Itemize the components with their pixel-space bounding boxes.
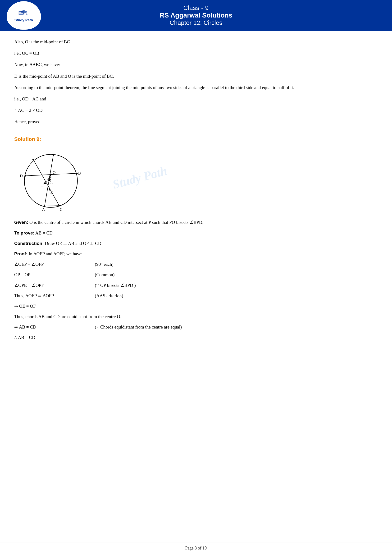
logo-container: Study Path <box>5 0 43 31</box>
step3-eq: ∠OPE = ∠OPF <box>14 281 95 290</box>
para-3: Now, in ΔABC, we have: <box>14 61 378 69</box>
proof-step-3: ∠OPE = ∠OPF (∵ OP bisects ∠BPD ) <box>14 281 378 290</box>
proof-step-7: ⇒ AB = CD (∵ Chords equidistant from the… <box>14 323 378 331</box>
toprove-label: To prove: <box>14 230 34 235</box>
solution-9-title: Solution 9: <box>14 135 378 144</box>
diagram-section: O B D A C P <box>14 148 378 214</box>
proof-step-1: ∠OEP = ∠OFP (90° each) <box>14 260 378 268</box>
proof-intro-block: Proof: In ΔOEP and ΔOFP, we have: <box>14 250 378 258</box>
step4-reason: (AAS criterion) <box>95 292 123 300</box>
step7-reason: (∵ Chords equidistant from the centre ar… <box>95 323 182 331</box>
header-title-block: Class - 9 RS Aggarwal Solutions Chapter … <box>160 4 232 27</box>
geometry-diagram: O B D A C P <box>14 148 90 214</box>
svg-text:A: A <box>42 207 45 212</box>
proof-step-2: OP = OP (Common) <box>14 271 378 279</box>
main-content: Also, O is the mid-point of BC. i.e., OC… <box>0 31 392 366</box>
watermark-area: Study Path <box>95 148 185 207</box>
given-block: Given: O is the centre of a circle in wh… <box>14 218 378 226</box>
proof-step-6: Thus, chords AB and CD are equidistant f… <box>14 313 378 321</box>
svg-line-17 <box>45 206 59 206</box>
proof-intro-text: In ΔOEP and ΔOFP, we have: <box>29 251 83 256</box>
toprove-text: AB = CD <box>35 230 53 235</box>
step2-reason: (Common) <box>95 271 114 279</box>
svg-line-12 <box>25 173 77 176</box>
svg-text:F: F <box>41 183 43 187</box>
proof-step-4: Thus, ΔOEP ≅ ΔOFP (AAS criterion) <box>14 292 378 300</box>
step7-eq: ⇒ AB = CD <box>14 323 95 331</box>
svg-line-23 <box>33 159 59 206</box>
para-4: D is the mid-point of AB and O is the mi… <box>14 72 378 80</box>
svg-text:D: D <box>20 174 22 178</box>
step4-eq: Thus, ΔOEP ≅ ΔOFP <box>14 292 95 300</box>
given-label: Given: <box>14 220 28 225</box>
subject-label: RS Aggarwal Solutions <box>160 12 232 19</box>
page-footer: Page 8 of 19 <box>0 542 392 554</box>
step3-reason: (∵ OP bisects ∠BPD ) <box>95 281 136 290</box>
para-7: ∴ AC = 2 × OD <box>14 106 378 114</box>
step1-reason: (90° each) <box>95 260 113 268</box>
class-label: Class - 9 <box>160 4 232 12</box>
page-header: Study Path Class - 9 RS Aggarwal Solutio… <box>0 0 392 31</box>
svg-text:O: O <box>53 170 56 175</box>
logo-icon <box>17 8 31 18</box>
svg-text:E: E <box>50 181 53 185</box>
page-number: Page 8 of 19 <box>185 546 207 550</box>
para-8: Hence, proved. <box>14 118 378 126</box>
logo-text: Study Path <box>14 18 33 22</box>
logo-shape: Study Path <box>7 1 41 30</box>
step1-eq: ∠OEP = ∠OFP <box>14 260 95 268</box>
proof-step-5: ⇒ OE = OF <box>14 302 378 310</box>
construction-text: Draw OE ⊥ AB and OF ⊥ CD <box>45 241 101 246</box>
para-1: Also, O is the mid-point of BC. <box>14 38 378 46</box>
chapter-label: Chapter 12: Circles <box>160 19 232 27</box>
construction-block: Construction: Draw OE ⊥ AB and OF ⊥ CD <box>14 239 378 248</box>
construction-label: Construction: <box>14 241 44 246</box>
proof-step-8: ∴ AB = CD <box>14 333 378 341</box>
para-5: According to the mid-point theorem, the … <box>14 84 378 92</box>
step2-eq: OP = OP <box>14 271 95 279</box>
watermark-text: Study Path <box>110 160 170 195</box>
proof-label: Proof: <box>14 251 28 256</box>
svg-text:B: B <box>78 171 81 175</box>
toprove-block: To prove: AB = CD <box>14 229 378 237</box>
para-2: i.e., OC = OB <box>14 49 378 57</box>
given-text: O is the centre of a circle in which cho… <box>29 220 203 225</box>
para-6: i.e., OD || AC and <box>14 95 378 103</box>
svg-text:C: C <box>60 207 62 212</box>
svg-point-4 <box>26 14 28 15</box>
